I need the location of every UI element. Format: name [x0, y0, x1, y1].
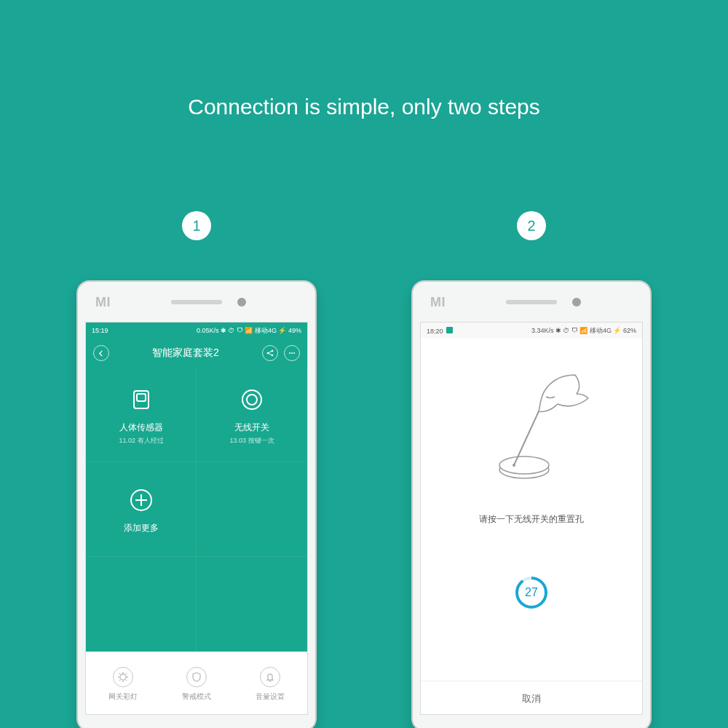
- bell-icon: [260, 667, 280, 687]
- pairing-instruction: 请按一下无线开关的重置孔: [479, 513, 584, 526]
- tile-empty: [197, 557, 307, 652]
- status-time: 15:19: [92, 327, 108, 334]
- page-headline: Connection is simple, only two steps: [0, 95, 728, 119]
- svg-point-11: [120, 674, 126, 680]
- app-header: 智能家庭套装2: [86, 339, 307, 368]
- step-2: 2 MI 18:20 3.34K/s ✱ ⏱ ⛉ 📶 移动4G ⚡ 62%: [411, 211, 652, 728]
- svg-point-8: [242, 390, 261, 409]
- tile-title: 人体传感器: [119, 422, 163, 434]
- share-button[interactable]: [262, 345, 278, 361]
- svg-point-9: [247, 395, 257, 405]
- status-time: 18:20: [427, 327, 453, 335]
- shield-icon: [186, 667, 207, 687]
- screen-2: 18:20 3.34K/s ✱ ⏱ ⛉ 📶 移动4G ⚡ 62%: [420, 322, 643, 715]
- status-right: 0.05K/s ✱ ⏱ ⛉ 📶 移动4G ⚡ 49%: [197, 326, 301, 336]
- bottom-guard-mode[interactable]: 警戒模式: [159, 652, 233, 715]
- brand-logo: MI: [430, 295, 446, 310]
- pairing-body: 请按一下无线开关的重置孔 27: [421, 339, 642, 681]
- svg-point-5: [293, 352, 295, 354]
- svg-point-4: [291, 352, 293, 354]
- step-badge-1: 1: [182, 211, 211, 240]
- plus-icon: [127, 486, 156, 515]
- switch-icon: [237, 385, 266, 414]
- bottom-label: 警戒模式: [182, 692, 211, 702]
- tile-title: 无线开关: [234, 422, 269, 434]
- step-badge-2: 2: [517, 211, 546, 240]
- phone-top: MI: [78, 282, 315, 322]
- light-icon: [113, 667, 133, 687]
- countdown-timer: 27: [515, 577, 547, 609]
- bottom-label: 网关彩灯: [108, 692, 138, 702]
- status-right: 3.34K/s ✱ ⏱ ⛉ 📶 移动4G ⚡ 62%: [531, 326, 636, 336]
- phone-top: MI: [413, 282, 650, 322]
- tile-subtitle: 11.02 有人经过: [119, 436, 163, 446]
- tile-title: 添加更多: [124, 522, 159, 534]
- reset-illustration: [466, 368, 597, 491]
- more-button[interactable]: [284, 345, 300, 361]
- tile-empty: [197, 462, 307, 557]
- speaker-slot: [171, 300, 222, 304]
- speaker-slot: [506, 300, 557, 304]
- status-bar: 18:20 3.34K/s ✱ ⏱ ⛉ 📶 移动4G ⚡ 62%: [421, 323, 642, 339]
- tile-subtitle: 13.03 按键一次: [229, 436, 274, 446]
- steps-row: 1 MI 15:19 0.05K/s ✱ ⏱ ⛉ 📶 移动4G ⚡ 49% 智能…: [0, 211, 728, 728]
- tile-empty: [86, 557, 197, 652]
- front-camera: [237, 298, 246, 306]
- bottom-bar: 网关彩灯 警戒模式 音量设置: [86, 652, 307, 715]
- svg-rect-7: [137, 394, 146, 401]
- sensor-icon: [127, 385, 156, 414]
- phone-2: MI 18:20 3.34K/s ✱ ⏱ ⛉ 📶 移动4G ⚡ 62%: [411, 280, 652, 728]
- tile-add-more[interactable]: 添加更多: [86, 462, 197, 557]
- bottom-volume[interactable]: 音量设置: [234, 652, 307, 715]
- recording-icon: [446, 327, 453, 333]
- header-title: 智能家庭套装2: [152, 347, 219, 360]
- status-bar: 15:19 0.05K/s ✱ ⏱ ⛉ 📶 移动4G ⚡ 49%: [86, 323, 307, 339]
- svg-point-3: [289, 352, 290, 354]
- back-button[interactable]: [93, 345, 109, 361]
- front-camera: [572, 298, 581, 306]
- cancel-button[interactable]: 取消: [421, 681, 642, 715]
- tile-motion-sensor[interactable]: 人体传感器 11.02 有人经过: [86, 368, 197, 462]
- tile-wireless-switch[interactable]: 无线开关 13.03 按键一次: [197, 368, 307, 462]
- screen-1: 15:19 0.05K/s ✱ ⏱ ⛉ 📶 移动4G ⚡ 49% 智能家庭套装2: [85, 322, 308, 715]
- device-grid: 人体传感器 11.02 有人经过 无线开关 13.03 按键一次 添加更多: [86, 368, 307, 652]
- phone-1: MI 15:19 0.05K/s ✱ ⏱ ⛉ 📶 移动4G ⚡ 49% 智能家庭…: [76, 280, 317, 728]
- brand-logo: MI: [95, 295, 111, 310]
- step-1: 1 MI 15:19 0.05K/s ✱ ⏱ ⛉ 📶 移动4G ⚡ 49% 智能…: [76, 211, 317, 728]
- bottom-gateway-light[interactable]: 网关彩灯: [86, 652, 159, 715]
- bottom-label: 音量设置: [256, 692, 285, 702]
- svg-point-13: [499, 456, 549, 474]
